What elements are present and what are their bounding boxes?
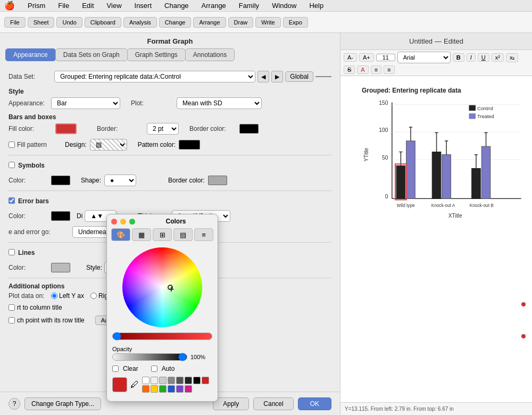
- dataset-prev-btn[interactable]: ◀: [257, 71, 269, 82]
- strikethrough-btn[interactable]: S: [344, 65, 355, 74]
- swatch-white[interactable]: [142, 377, 149, 384]
- tab-annotations[interactable]: Annotations: [185, 48, 235, 61]
- swatch-green[interactable]: [159, 385, 167, 393]
- menu-prism[interactable]: Prism: [26, 2, 47, 10]
- toolbar-change[interactable]: Change: [159, 17, 192, 28]
- menu-help[interactable]: Help: [307, 2, 326, 10]
- font-family-select[interactable]: Arial: [397, 52, 451, 63]
- toolbar-sheet[interactable]: Sheet: [28, 17, 55, 28]
- cp-auto-checkbox[interactable]: [151, 366, 157, 372]
- toolbar-clipboard[interactable]: Clipboard: [85, 17, 121, 28]
- fill-color-swatch[interactable]: [55, 123, 77, 134]
- align-left-btn[interactable]: ≡: [371, 65, 381, 74]
- menu-change[interactable]: Change: [162, 2, 191, 10]
- swatch-purple[interactable]: [176, 385, 184, 393]
- cp-opacity-slider[interactable]: [112, 353, 187, 361]
- design-select[interactable]: ▨: [90, 139, 127, 151]
- menu-arrange[interactable]: Arrange: [200, 2, 228, 10]
- toolbar-draw[interactable]: Draw: [228, 17, 254, 28]
- dataset-next-btn[interactable]: ▶: [271, 71, 283, 82]
- dataset-select[interactable]: Grouped: Entering replicate data:A:Contr…: [54, 71, 255, 82]
- cp-tab-wheel[interactable]: 🎨: [111, 228, 130, 241]
- pattern-color-swatch[interactable]: [179, 140, 200, 150]
- eyedropper-icon[interactable]: 🖊: [130, 380, 139, 389]
- swatch-red[interactable]: [202, 377, 209, 384]
- appearance-select[interactable]: Bar: [51, 97, 120, 109]
- apple-menu[interactable]: 🍎: [4, 1, 15, 11]
- swatch-light[interactable]: [151, 377, 158, 384]
- apply-button[interactable]: Apply: [213, 397, 249, 410]
- tab-appearance[interactable]: Appearance: [5, 48, 56, 61]
- subscript-btn[interactable]: x₂: [506, 53, 519, 62]
- swatch-lgray[interactable]: [159, 377, 167, 384]
- cp-cursor[interactable]: ✛: [168, 285, 173, 290]
- sym-shape-select[interactable]: ●: [104, 175, 136, 186]
- line-color-swatch[interactable]: [51, 263, 70, 272]
- col-title-checkbox[interactable]: [9, 304, 15, 311]
- svg-rect-10: [396, 165, 405, 198]
- sym-border-color-swatch[interactable]: [208, 176, 227, 185]
- menu-view[interactable]: View: [105, 2, 124, 10]
- tab-graph-settings[interactable]: Graph Settings: [127, 48, 186, 61]
- text-color-btn[interactable]: A: [357, 65, 368, 74]
- cp-minimize-btn[interactable]: [120, 219, 126, 225]
- symbols-checkbox[interactable]: [9, 162, 15, 168]
- change-graph-type-button[interactable]: Change Graph Type...: [24, 397, 101, 410]
- cp-color-result[interactable]: [112, 377, 127, 392]
- error-bars-checkbox[interactable]: [9, 197, 15, 204]
- font-size-input[interactable]: [376, 54, 395, 61]
- swatch-yellow[interactable]: [151, 385, 158, 393]
- cp-hue-slider[interactable]: [112, 333, 212, 340]
- cp-tab-crayons[interactable]: ≡: [194, 228, 213, 241]
- swatch-dark[interactable]: [185, 377, 192, 384]
- superscript-btn[interactable]: x²: [492, 53, 504, 62]
- font-smaller-btn[interactable]: A-: [344, 53, 357, 62]
- cp-tab-image[interactable]: ▤: [173, 228, 193, 241]
- right-y-radio[interactable]: [90, 293, 97, 299]
- swatch-black[interactable]: [193, 377, 201, 384]
- cp-tab-palette[interactable]: ⊞: [153, 228, 172, 241]
- menu-window[interactable]: Window: [270, 2, 298, 10]
- swatch-pink[interactable]: [185, 385, 192, 393]
- cp-maximize-btn[interactable]: [129, 219, 135, 225]
- tab-datasets[interactable]: Data Sets on Graph: [55, 48, 128, 61]
- toolbar-expo[interactable]: Expo: [283, 17, 308, 28]
- eb-color-swatch[interactable]: [51, 211, 70, 221]
- row-title-checkbox[interactable]: [9, 317, 15, 323]
- border-color-swatch[interactable]: [239, 124, 259, 134]
- design-label: Design:: [65, 141, 87, 148]
- toolbar-undo[interactable]: Undo: [56, 17, 82, 28]
- toolbar-analysis[interactable]: Analysis: [123, 17, 157, 28]
- swatch-gray[interactable]: [168, 377, 175, 384]
- cp-tab-sliders[interactable]: ▦: [132, 228, 151, 241]
- cancel-button[interactable]: Cancel: [253, 397, 293, 410]
- left-y-radio[interactable]: [51, 293, 57, 299]
- font-larger-btn[interactable]: A+: [359, 53, 374, 62]
- cp-close-btn[interactable]: [111, 219, 117, 225]
- toolbar-file[interactable]: File: [4, 17, 26, 28]
- toolbar-write[interactable]: Write: [255, 17, 280, 28]
- lines-checkbox[interactable]: [9, 249, 15, 255]
- menu-edit[interactable]: Edit: [80, 2, 96, 10]
- sym-color-swatch[interactable]: [51, 176, 70, 185]
- underline-btn[interactable]: U: [478, 53, 489, 62]
- fill-pattern-checkbox[interactable]: [9, 142, 15, 148]
- help-button[interactable]: ?: [9, 398, 20, 410]
- menu-file[interactable]: File: [56, 2, 71, 10]
- ok-button[interactable]: OK: [298, 397, 331, 410]
- svg-text:YTitle: YTitle: [363, 147, 369, 161]
- bold-btn[interactable]: B: [453, 53, 464, 62]
- menu-family[interactable]: Family: [237, 2, 261, 10]
- swatch-dgray[interactable]: [176, 377, 184, 384]
- cp-clear-checkbox[interactable]: [112, 366, 119, 372]
- color-wheel[interactable]: ✛: [122, 247, 202, 327]
- swatch-blue[interactable]: [168, 385, 175, 393]
- plot-select[interactable]: Mean with SD: [177, 97, 262, 109]
- align-right-btn[interactable]: ≡: [384, 65, 394, 74]
- italic-btn[interactable]: I: [467, 53, 476, 62]
- border-select[interactable]: 2 pt: [147, 123, 179, 135]
- menu-insert[interactable]: Insert: [132, 2, 154, 10]
- swatch-orange[interactable]: [142, 385, 149, 393]
- toolbar-arrange[interactable]: Arrange: [193, 17, 226, 28]
- global-btn[interactable]: Global: [285, 71, 313, 82]
